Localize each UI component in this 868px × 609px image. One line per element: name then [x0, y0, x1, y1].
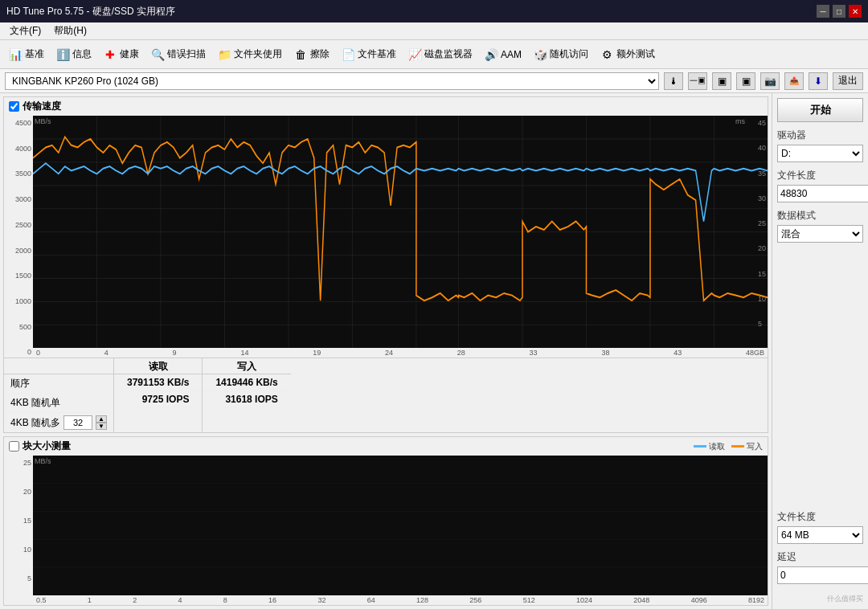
- exit-btn[interactable]: 退出: [833, 72, 863, 90]
- title-bar: HD Tune Pro 5.75 - 硬盘/SSD 实用程序 ─ □ ✕: [0, 0, 868, 22]
- stats-label-header-empty: [4, 358, 113, 374]
- file-length-input[interactable]: [777, 185, 868, 202]
- block-chart-wrapper: 25 20 15 10 5 MB/s: [4, 456, 768, 605]
- queue-depth-spinner: ▲ ▼: [96, 415, 107, 430]
- drive-bar: KINGBANK KP260 Pro (1024 GB) 🌡 一▣ ▣ ▣ 📷 …: [0, 69, 868, 93]
- ms-label-45: 45: [758, 119, 766, 127]
- download-icon-btn[interactable]: ⬇: [809, 72, 828, 90]
- bx-2: 2: [133, 596, 137, 604]
- drive-select[interactable]: KINGBANK KP260 Pro (1024 GB): [5, 72, 659, 90]
- drive-field-select[interactable]: D: C: E:: [777, 145, 863, 162]
- toolbar-file-benchmark[interactable]: 📄 文件基准: [336, 45, 401, 64]
- close-button[interactable]: ✕: [849, 5, 862, 18]
- toolbar-extra-tests[interactable]: ⚙ 额外测试: [595, 45, 660, 64]
- toolbar-info-label: 信息: [72, 47, 92, 61]
- stats-write-col: 写入 1419446 KB/s 31618 IOPS: [203, 358, 290, 432]
- toolbar-health[interactable]: ✚ 健康: [98, 45, 144, 64]
- grid2-icon-btn[interactable]: ▣: [736, 72, 755, 90]
- block-size-checkbox[interactable]: [9, 441, 19, 452]
- toolbar-disk-monitor[interactable]: 📈 磁盘监视器: [403, 45, 477, 64]
- menu-help[interactable]: 帮助(H): [47, 22, 93, 39]
- ms-unit-label: ms: [735, 117, 745, 125]
- legend-write-label: 写入: [747, 441, 763, 452]
- legend-read-label: 读取: [709, 441, 725, 452]
- bx-8192: 8192: [748, 596, 764, 604]
- stats-label-4kb-multi-text: 4KB 随机多: [10, 416, 60, 430]
- delay-input[interactable]: [777, 566, 868, 584]
- toolbar-disk-monitor-label: 磁盘监视器: [424, 47, 473, 61]
- y-label-500: 500: [19, 323, 31, 331]
- block-file-length-label: 文件长度: [777, 510, 863, 524]
- toolbar-extra-tests-label: 额外测试: [616, 47, 655, 61]
- queue-depth-up[interactable]: ▲: [96, 415, 107, 423]
- window-controls[interactable]: ─ □ ✕: [817, 5, 862, 18]
- block-y-unit: MB/s: [35, 457, 51, 465]
- y-label-3000: 3000: [15, 195, 31, 203]
- app-title: HD Tune Pro 5.75 - 硬盘/SSD 实用程序: [6, 5, 175, 18]
- transfer-chart-wrapper: 4500 4000 3500 3000 2500 2000 1500 1000 …: [4, 116, 768, 358]
- y-unit-label: MB/s: [35, 117, 51, 125]
- delay-label: 延迟: [777, 550, 863, 564]
- transfer-speed-header: 传输速度: [4, 97, 768, 116]
- ms-label-35: 35: [758, 170, 766, 178]
- toolbar-error-scan[interactable]: 🔍 错误扫描: [145, 45, 211, 64]
- legend-write-item: 写入: [731, 441, 763, 452]
- block-chart-legend: 读取 写入: [694, 441, 763, 452]
- x-axis-labels: 0 4 9 14 19 24 28 33 38 43 48GB: [33, 348, 768, 358]
- bx-32: 32: [317, 596, 326, 604]
- start-button[interactable]: 开始: [777, 98, 863, 122]
- queue-depth-down[interactable]: ▼: [96, 423, 107, 430]
- bx-4096: 4096: [691, 596, 707, 604]
- block-file-length-select[interactable]: 64 MB 128 MB 256 MB: [777, 526, 863, 544]
- maximize-button[interactable]: □: [833, 5, 845, 18]
- delay-input-group: ▲ ▼: [777, 566, 863, 584]
- ms-label-15: 15: [758, 270, 766, 278]
- stats-labels-col: 顺序 4KB 随机单 4KB 随机多 ▲ ▼: [4, 358, 114, 432]
- view-icon-btn[interactable]: 一▣: [688, 72, 707, 90]
- legend-read-item: 读取: [694, 441, 725, 452]
- x-label-19: 19: [313, 349, 321, 357]
- drive-field-group: 驱动器 D: C: E:: [777, 129, 863, 162]
- toolbar-random-access-label: 随机访问: [550, 47, 588, 61]
- x-label-0: 0: [36, 349, 40, 357]
- queue-depth-input[interactable]: [63, 415, 92, 430]
- data-mode-select[interactable]: 混合 随机 全零: [777, 225, 863, 243]
- bx-4: 4: [178, 596, 182, 604]
- file-length-input-group: MB ▲ ▼: [777, 185, 863, 202]
- block-y-axis: 25 20 15 10 5: [4, 456, 33, 605]
- toolbar-info[interactable]: ℹ️ 信息: [51, 45, 96, 64]
- erase-icon: 🗑: [293, 47, 308, 62]
- ms-label-20: 20: [758, 244, 766, 252]
- minimize-button[interactable]: ─: [817, 5, 829, 18]
- toolbar-benchmark[interactable]: 📊 基准: [3, 45, 49, 64]
- menu-file[interactable]: 文件(F): [3, 22, 47, 39]
- error-scan-icon: 🔍: [150, 47, 165, 62]
- camera-icon-btn[interactable]: 📷: [760, 72, 780, 90]
- transfer-speed-checkbox[interactable]: [9, 101, 19, 112]
- transfer-speed-checkbox-label[interactable]: 传输速度: [9, 100, 61, 113]
- toolbar-aam[interactable]: 🔊 AAM: [479, 45, 526, 64]
- by-5: 5: [27, 574, 31, 582]
- y-label-2000: 2000: [15, 247, 31, 255]
- toolbar-erase[interactable]: 🗑 擦除: [289, 45, 334, 64]
- menu-bar: 文件(F) 帮助(H): [0, 22, 868, 40]
- x-label-48gb: 48GB: [746, 349, 764, 357]
- temp-icon-btn[interactable]: 🌡: [664, 72, 683, 90]
- data-mode-label: 数据模式: [777, 209, 863, 223]
- extra-tests-icon: ⚙: [600, 47, 614, 62]
- block-size-header: 块大小测量 读取 写入: [4, 437, 768, 456]
- block-x-axis-labels: 0.5 1 2 4 8 16 32 64 128 256 512 1024 20…: [33, 595, 768, 605]
- y-label-2500: 2500: [15, 221, 31, 229]
- transfer-chart-area: MB/s ms 45 40 35 30 25 20 15 10 5: [33, 116, 768, 348]
- toolbar-folder-usage[interactable]: 📁 文件夹使用: [212, 45, 287, 64]
- toolbar-file-benchmark-label: 文件基准: [358, 47, 396, 61]
- export-icon-btn[interactable]: 📤: [784, 72, 804, 90]
- grid-icon-btn[interactable]: ▣: [712, 72, 731, 90]
- toolbar-random-access[interactable]: 🎲 随机访问: [528, 45, 593, 64]
- bx-2048: 2048: [633, 596, 649, 604]
- ms-label-30: 30: [758, 194, 766, 202]
- toolbar: 📊 基准 ℹ️ 信息 ✚ 健康 🔍 错误扫描 📁 文件夹使用 🗑 擦除 📄 文件…: [0, 40, 868, 69]
- block-size-checkbox-label[interactable]: 块大小测量: [9, 439, 71, 453]
- y-label-4000: 4000: [15, 145, 31, 153]
- toolbar-error-scan-label: 错误扫描: [167, 47, 206, 61]
